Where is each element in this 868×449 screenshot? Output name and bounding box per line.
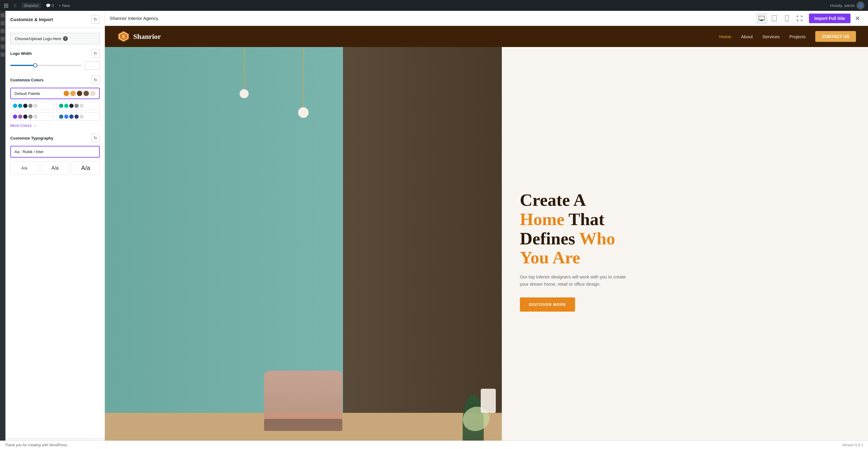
palette-purple-5 bbox=[33, 115, 38, 119]
wp-sidebar-customize[interactable] bbox=[1, 44, 5, 49]
website-frame: S Shanrior Home About Services Projects … bbox=[105, 26, 868, 449]
tablet-view-button[interactable] bbox=[769, 13, 780, 24]
svg-text:S: S bbox=[122, 34, 125, 39]
hero-content: Create A Home That Defines Who You Are O… bbox=[502, 47, 868, 449]
hero-image bbox=[105, 47, 502, 449]
font-size-large[interactable]: A/a bbox=[71, 161, 100, 175]
palette-purple-2 bbox=[18, 115, 22, 119]
new-post-link[interactable]: + New bbox=[59, 3, 70, 8]
site-name[interactable]: Shanrior bbox=[22, 3, 41, 8]
website-preview: S Shanrior Home About Services Projects … bbox=[105, 26, 868, 449]
admin-user-menu[interactable]: Howdy, admin 👤 bbox=[830, 1, 864, 9]
slider-thumb[interactable] bbox=[33, 63, 37, 67]
palette-color-5[interactable] bbox=[90, 91, 96, 96]
more-colors-link[interactable]: More Colors → bbox=[10, 123, 100, 128]
nav-projects[interactable]: Projects bbox=[789, 34, 806, 39]
wp-sidebar-pages[interactable] bbox=[1, 37, 5, 41]
font-pair-selector[interactable]: Aa Rubik / Inter bbox=[10, 146, 100, 158]
logo-width-header: Logo Width ↻ bbox=[10, 49, 100, 58]
help-icon[interactable]: ? bbox=[63, 36, 68, 41]
fullscreen-button[interactable] bbox=[794, 13, 805, 24]
colors-reset[interactable]: ↻ bbox=[91, 76, 100, 84]
font-size-medium[interactable]: A/a bbox=[41, 161, 69, 175]
hero-title-that: That bbox=[568, 210, 604, 229]
default-palette[interactable]: Default Palette bbox=[10, 88, 100, 99]
customizer-panel: Customize & Import ↻ Choose/Upload Logo … bbox=[5, 11, 105, 449]
typography-section-label: Customize Typography bbox=[10, 136, 53, 140]
admin-bar: ⊞ ⌂ Shanrior 💬 0 + New Howdy, admin 👤 bbox=[0, 0, 868, 11]
home-icon[interactable]: ⌂ bbox=[13, 3, 17, 8]
palette-cyan-4 bbox=[28, 104, 33, 108]
customizer-refresh-button[interactable]: ↻ bbox=[91, 15, 100, 24]
customizer-body: Choose/Upload Logo Here ? Logo Width ↻ bbox=[5, 28, 104, 438]
palette-color-3[interactable] bbox=[77, 91, 82, 96]
palette-blue[interactable] bbox=[56, 113, 100, 121]
wp-footer-credit: Thank you for creating with WordPress. bbox=[5, 443, 68, 447]
palette-color-4[interactable] bbox=[84, 91, 89, 96]
typography-section-header: Customize Typography ↻ bbox=[10, 134, 100, 142]
palette-color-1[interactable] bbox=[64, 91, 69, 96]
palette-green-1 bbox=[59, 104, 63, 108]
close-customizer-button[interactable]: ✕ bbox=[852, 13, 863, 24]
wordpress-icon[interactable]: ⊞ bbox=[4, 2, 9, 9]
device-icons: Import Full Site ✕ bbox=[756, 13, 863, 24]
side-table bbox=[481, 389, 496, 413]
hero-subtitle: Our top interior designers will work wit… bbox=[520, 273, 628, 288]
palette-green[interactable] bbox=[56, 101, 100, 110]
import-full-site-button[interactable]: Import Full Site bbox=[809, 13, 850, 23]
logo-width-value-input[interactable] bbox=[85, 61, 100, 70]
nav-home[interactable]: Home bbox=[719, 34, 731, 39]
nav-about[interactable]: About bbox=[741, 34, 752, 39]
palette-blue-2 bbox=[64, 115, 68, 119]
pendant-light-2 bbox=[303, 47, 304, 107]
palette-purple-4 bbox=[28, 115, 33, 119]
colors-section: Customize Colors ↻ Default Palette bbox=[10, 76, 100, 128]
desktop-view-button[interactable] bbox=[756, 13, 767, 24]
site-navigation: Home About Services Projects CONTACT US bbox=[719, 31, 856, 42]
logo-upload-button[interactable]: Choose/Upload Logo Here ? bbox=[10, 33, 100, 44]
customizer-title: Customize & Import bbox=[10, 17, 53, 22]
palette-color-2[interactable] bbox=[70, 91, 76, 96]
wp-sidebar-posts[interactable] bbox=[1, 21, 5, 25]
default-palette-colors bbox=[64, 91, 96, 96]
more-colors-label: More Colors → bbox=[10, 123, 36, 128]
svg-rect-1 bbox=[761, 20, 763, 21]
site-logo-text: Shanrior bbox=[133, 33, 161, 41]
wp-sidebar-dashboard[interactable] bbox=[1, 13, 5, 18]
comments-link[interactable]: 💬 0 bbox=[46, 3, 54, 8]
wp-sidebar bbox=[0, 11, 5, 449]
wp-footer: Thank you for creating with WordPress. V… bbox=[0, 441, 868, 449]
customizer-header: Customize & Import ↻ bbox=[5, 11, 104, 28]
mobile-view-button[interactable] bbox=[781, 13, 793, 24]
palette-row-1 bbox=[10, 101, 100, 110]
font-size-large-label: A/a bbox=[81, 164, 90, 171]
slider-track bbox=[10, 65, 35, 66]
palette-green-4 bbox=[74, 104, 79, 108]
hero-title-who: Who bbox=[579, 229, 615, 248]
palette-cyan[interactable] bbox=[10, 101, 54, 110]
palette-row-2 bbox=[10, 113, 100, 121]
svg-rect-0 bbox=[758, 16, 765, 20]
wp-sidebar-media[interactable] bbox=[1, 29, 5, 33]
font-size-small[interactable]: A/a bbox=[10, 161, 38, 175]
logo-width-slider[interactable] bbox=[10, 65, 82, 66]
palette-blue-3 bbox=[69, 115, 73, 119]
palette-cyan-5 bbox=[33, 104, 38, 108]
typography-reset[interactable]: ↻ bbox=[91, 134, 100, 142]
default-palette-name: Default Palette bbox=[14, 91, 40, 96]
wp-sidebar-plugins[interactable] bbox=[1, 53, 5, 57]
logo-width-reset[interactable]: ↻ bbox=[91, 49, 100, 58]
hero-title-defines: Defines bbox=[520, 229, 575, 248]
typography-section: Customize Typography ↻ Aa Rubik / Inter … bbox=[10, 134, 100, 175]
logo-width-label: Logo Width bbox=[10, 51, 32, 56]
palette-purple-3 bbox=[23, 115, 27, 119]
palette-purple[interactable] bbox=[10, 113, 54, 121]
hero-title-line1: Create A bbox=[520, 190, 586, 210]
main-layout: Customize & Import ↻ Choose/Upload Logo … bbox=[0, 11, 868, 449]
nav-services[interactable]: Services bbox=[763, 34, 780, 39]
admin-avatar: 👤 bbox=[857, 1, 864, 9]
discover-more-button[interactable]: DISCOVER MORE bbox=[520, 297, 575, 312]
preview-toolbar: Shanrior Interior Agency Import Full Sit… bbox=[105, 11, 868, 26]
nav-contact-button[interactable]: CONTACT US bbox=[815, 31, 856, 42]
hero-section: Create A Home That Defines Who You Are O… bbox=[105, 47, 868, 449]
